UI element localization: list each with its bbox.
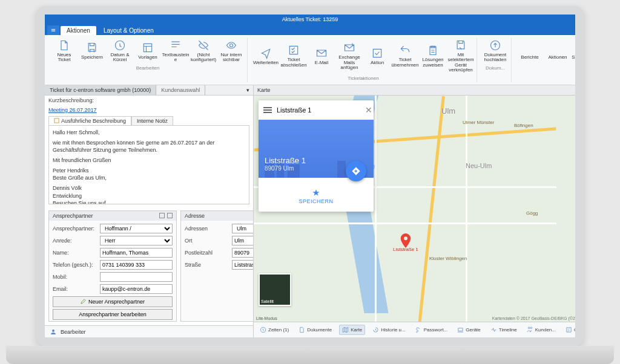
exchange-mails-label: Exchange Mails anfügen xyxy=(337,55,362,70)
map-marker[interactable]: Liststraße 1 xyxy=(393,233,418,252)
zeiten-icon xyxy=(260,327,266,333)
star-icon[interactable] xyxy=(312,189,320,197)
satellite-toggle[interactable]: Satellit xyxy=(259,273,291,306)
btab-dokumente[interactable]: Dokumente xyxy=(296,325,334,335)
subtab-dropdown[interactable]: ▾ xyxy=(243,85,253,95)
dokument-hochladen-button[interactable]: Dokument hochladen xyxy=(482,37,509,64)
btab-passwort[interactable]: Passwort... xyxy=(413,325,450,335)
adressen-label: Adressen xyxy=(185,226,229,232)
desctab-intern[interactable]: Interne Notiz xyxy=(131,116,173,125)
panel-collapse-icon[interactable] xyxy=(159,213,165,218)
mobil-input[interactable] xyxy=(100,272,173,282)
neues-ticket-label: Neues Ticket xyxy=(51,53,77,63)
email-label: Email: xyxy=(53,286,97,292)
tel-input[interactable] xyxy=(100,260,173,270)
exchange-mails-button[interactable]: Exchange Mails anfügen xyxy=(336,37,363,74)
anrede-label: Anrede: xyxy=(53,238,97,244)
geraet-verknuepfen-icon xyxy=(454,39,467,52)
subtab-ticket[interactable]: Ticket für c-entron software gmbh (10000… xyxy=(45,85,156,95)
email-input[interactable] xyxy=(100,284,173,294)
map-attribution: Kartendaten © 2017 GeoBasis-DE/BKG (©200… xyxy=(492,316,575,320)
city-bofingen: Böfingen xyxy=(514,123,533,128)
place-search-input[interactable] xyxy=(277,106,360,114)
nur-intern-sichtbar-button[interactable]: Nur intern sichtbar xyxy=(218,37,245,64)
btab-kunden[interactable]: Kunden... xyxy=(524,325,558,335)
textbausteine-button[interactable]: Textbausteine xyxy=(162,37,189,64)
hamburger-icon[interactable] xyxy=(263,106,272,114)
kunden-icon xyxy=(527,327,533,333)
tab-layout[interactable]: Layout & Optionen xyxy=(97,26,160,35)
datum-kuerzel-button[interactable]: Datum & Kürzel xyxy=(107,37,133,64)
ap-bearbeiten-button[interactable]: Ansprechpartner bearbeiten xyxy=(53,309,173,320)
geraet-verknuepfen-button[interactable]: Mit selektiertem Gerät verknüpfen xyxy=(447,37,474,74)
nicht-konfiguriert-icon xyxy=(197,39,210,52)
description-body[interactable]: Hallo Herr Schmoll, wie mit Ihnen Bespro… xyxy=(48,126,249,204)
ticket-abschliessen-button[interactable]: Ticket abschließen xyxy=(280,37,307,74)
karte-icon xyxy=(342,327,349,333)
loesungen-zuweisen-button[interactable]: Lösungen zuweisen xyxy=(420,37,446,74)
desctab-ausfuehrlich[interactable]: Ausführliche Beschreibung xyxy=(48,116,131,125)
marker-icon xyxy=(400,233,411,248)
panel-close-icon[interactable] xyxy=(167,213,173,218)
svg-point-1 xyxy=(52,330,54,332)
btab-karte[interactable]: Karte xyxy=(339,325,365,335)
email-button[interactable]: E-Mail xyxy=(308,37,335,74)
ort-input[interactable] xyxy=(232,236,253,245)
ticket-uebernehmen-label: Ticket übernehmen xyxy=(392,57,419,68)
historie-icon xyxy=(372,327,379,333)
nicht-konfiguriert-button[interactable]: (Nicht konfiguriert) xyxy=(190,37,217,64)
user-icon xyxy=(50,328,57,336)
ap-select[interactable]: Hoffmann / xyxy=(100,224,173,233)
btab-historie[interactable]: Historie u... xyxy=(370,325,407,335)
textbausteine-label: Textbausteine xyxy=(161,53,190,63)
stammdaten-button[interactable]: Stammdaten xyxy=(572,37,575,64)
ort-label: Ort xyxy=(185,238,229,244)
nur-intern-sichtbar-label: Nur intern sichtbar xyxy=(219,53,244,63)
btab-zeiten[interactable]: Zeiten (1) xyxy=(257,325,291,335)
map-area[interactable]: Ulm Neu-Ulm Ulmer Münster Kloster Wiblin… xyxy=(254,96,575,322)
poi-wiblingen: Kloster Wiblingen xyxy=(429,256,467,261)
datum-kuerzel-label: Datum & Kürzel xyxy=(107,53,133,63)
tab-aktionen[interactable]: Aktionen xyxy=(61,26,96,35)
menu-tabs: Aktionen Layout & Optionen xyxy=(45,24,575,35)
aktion-button[interactable]: Aktion xyxy=(364,37,391,74)
strasse-input[interactable] xyxy=(232,260,253,270)
poi-munster: Ulmer Münster xyxy=(463,120,494,125)
speichern-button[interactable]: Speichern xyxy=(79,37,105,64)
ansprechpartner-title: Ansprechpartner xyxy=(53,213,93,219)
speichern-action[interactable]: SPEICHERN xyxy=(298,198,333,204)
subtab-kunden[interactable]: Kundenauswahl xyxy=(156,85,205,95)
dokument-hochladen-label: Dokument hochladen xyxy=(483,53,508,63)
loesungen-zuweisen-icon xyxy=(426,44,440,57)
aktionen-button[interactable]: Aktionen xyxy=(544,37,571,64)
kurzbeschreibung-value[interactable]: Meeting 26.07.2017 xyxy=(48,107,249,113)
aktionen-icon xyxy=(551,41,564,54)
btab-geraete[interactable]: Geräte xyxy=(455,325,483,335)
app-menu-button[interactable] xyxy=(47,25,59,35)
berichte-button[interactable]: Berichte xyxy=(516,37,543,64)
city-neuulm: Neu-Ulm xyxy=(466,162,492,169)
close-icon[interactable]: ✕ xyxy=(365,105,372,115)
passwort-icon xyxy=(415,327,422,333)
window-title: Aktuelles Ticket: 13259 xyxy=(45,15,575,24)
karte-title: Karte xyxy=(257,87,271,93)
weiterleiten-icon xyxy=(259,47,272,60)
adresse-title: Adresse xyxy=(185,213,205,219)
textbausteine-icon xyxy=(169,39,182,52)
laptop-base xyxy=(6,346,614,364)
neuer-ap-button[interactable]: Neuer Ansprechpartner xyxy=(53,296,173,307)
weiterleiten-button[interactable]: Weiterleiten xyxy=(252,37,279,74)
name-input[interactable] xyxy=(100,248,173,258)
neues-ticket-button[interactable]: Neues Ticket xyxy=(51,37,78,64)
ticket-uebernehmen-button[interactable]: Ticket übernehmen xyxy=(392,37,418,74)
vorlagen-label: Vorlagen xyxy=(138,55,157,60)
dokument-hochladen-icon xyxy=(489,39,502,52)
nur-intern-sichtbar-icon xyxy=(225,39,238,52)
adressen-select[interactable]: Ulm xyxy=(232,224,253,233)
ribgroup-ticketaktionen: Ticketaktionen xyxy=(348,76,378,81)
plz-input[interactable] xyxy=(232,248,253,258)
btab-timeline[interactable]: Timeline xyxy=(488,325,519,335)
anrede-select[interactable]: Herr xyxy=(100,236,173,245)
btab-checklisten[interactable]: Checklisten xyxy=(563,325,575,335)
vorlagen-button[interactable]: Vorlagen xyxy=(134,37,161,64)
